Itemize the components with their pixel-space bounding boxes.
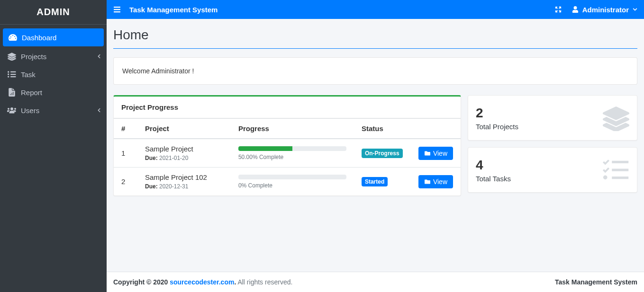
cell-num: 1 — [114, 139, 137, 168]
col-num: # — [114, 119, 137, 139]
title-divider — [113, 48, 637, 49]
cell-status: On-Progress — [354, 139, 411, 168]
project-progress-card: Project Progress # Project Progress Stat… — [113, 95, 461, 196]
cell-progress: 0% Complete — [231, 168, 354, 196]
user-menu[interactable]: Administrator — [572, 6, 637, 14]
top-navbar: Task Management System Administrator — [107, 0, 644, 19]
sidebar-nav: Dashboard Projects Task Report — [0, 25, 107, 119]
topnav-left: Task Management System — [113, 6, 218, 14]
sidebar-item-label: Report — [21, 88, 42, 97]
table-row: 2 Sample Project 102 Due: 2020-12-31 0% … — [114, 168, 461, 196]
dashboard-icon — [8, 33, 18, 42]
sidebar-item-dashboard[interactable]: Dashboard — [3, 28, 104, 46]
project-progress-table: # Project Progress Status 1 — [114, 118, 461, 195]
tasks-icon — [603, 157, 629, 183]
welcome-card: Welcome Administrator ! — [113, 57, 637, 85]
chevron-left-icon — [97, 108, 101, 113]
chevron-down-icon — [633, 7, 637, 12]
info-box-tasks: 4 Total Tasks — [468, 147, 637, 193]
welcome-text: Welcome Administrator ! — [122, 67, 194, 75]
card-header: Project Progress — [114, 97, 461, 118]
info-content: 4 Total Tasks — [476, 158, 603, 183]
cell-status: Started — [354, 168, 411, 196]
progress-bar-track — [238, 175, 346, 179]
sidebar-item-task[interactable]: Task — [0, 65, 107, 83]
footer-right: Task Management System — [555, 278, 637, 286]
progress-bar-fill — [238, 146, 292, 151]
report-icon — [7, 88, 17, 97]
cell-project: Sample Project 102 Due: 2020-12-31 — [137, 168, 231, 196]
footer-link[interactable]: sourcecodester.com — [170, 278, 234, 286]
col-status: Status — [354, 119, 411, 139]
col-progress: Progress — [231, 119, 354, 139]
col-project: Project — [137, 119, 231, 139]
progress-bar-track — [238, 146, 346, 151]
progress-text: 0% Complete — [238, 182, 346, 189]
project-due: Due: 2021-01-20 — [145, 155, 223, 161]
layers-icon — [603, 105, 629, 131]
sidebar-item-label: Task — [21, 71, 36, 79]
sidebar-item-report[interactable]: Report — [0, 83, 107, 101]
sidebar-item-label: Users — [21, 106, 39, 115]
topnav-right: Administrator — [555, 6, 637, 14]
table-row: 1 Sample Project Due: 2021-01-20 50.00% … — [114, 139, 461, 168]
project-name: Sample Project 102 — [145, 173, 207, 181]
folder-icon — [424, 179, 431, 185]
chevron-left-icon — [97, 54, 101, 59]
view-button[interactable]: View — [418, 175, 453, 188]
app-title: Task Management System — [129, 6, 218, 14]
footer-suffix: All rights reserved. — [237, 278, 292, 286]
cell-num: 2 — [114, 168, 137, 196]
info-box-projects: 2 Total Projects — [468, 95, 637, 141]
col-action — [411, 119, 461, 139]
sidebar-item-label: Dashboard — [22, 34, 56, 42]
side-column: 2 Total Projects 4 Total Tasks — [468, 95, 637, 193]
brand: ADMIN — [0, 0, 107, 25]
sidebar-item-label: Projects — [21, 53, 46, 61]
info-label: Total Projects — [476, 123, 603, 131]
dashboard-row: Project Progress # Project Progress Stat… — [113, 95, 637, 196]
info-content: 2 Total Projects — [476, 106, 603, 131]
folder-icon — [424, 150, 431, 156]
view-button-label: View — [433, 150, 447, 157]
copyright-prefix: Copyright © 2020 — [113, 278, 170, 286]
footer-left: Copyright © 2020 sourcecodester.com. All… — [113, 278, 292, 286]
cell-action: View — [411, 168, 461, 196]
content: Home Welcome Administrator ! Project Pro… — [107, 19, 644, 272]
footer-dot: . — [234, 278, 236, 286]
table-header-row: # Project Progress Status — [114, 119, 461, 139]
status-badge: Started — [362, 177, 388, 186]
project-name: Sample Project — [145, 145, 193, 153]
sidebar-item-projects[interactable]: Projects — [0, 47, 107, 65]
tasks-icon — [7, 70, 17, 79]
info-label: Total Tasks — [476, 175, 603, 183]
page-title: Home — [113, 26, 637, 48]
footer: Copyright © 2020 sourcecodester.com. All… — [107, 272, 644, 292]
cell-action: View — [411, 139, 461, 168]
progress-text: 50.00% Complete — [238, 154, 346, 160]
status-badge: On-Progress — [362, 149, 403, 158]
users-icon — [7, 106, 17, 115]
sidebar-item-users[interactable]: Users — [0, 101, 107, 119]
card-body: # Project Progress Status 1 — [114, 118, 461, 195]
user-label: Administrator — [582, 6, 629, 14]
user-icon — [572, 6, 579, 13]
cell-progress: 50.00% Complete — [231, 139, 354, 168]
menu-toggle-icon[interactable] — [113, 6, 121, 13]
main-column: Project Progress # Project Progress Stat… — [113, 95, 461, 196]
view-button[interactable]: View — [418, 147, 453, 160]
brand-text: ADMIN — [36, 7, 70, 18]
cell-project: Sample Project Due: 2021-01-20 — [137, 139, 231, 168]
info-number: 2 — [476, 106, 603, 121]
layers-icon — [7, 52, 17, 61]
view-button-label: View — [433, 178, 447, 186]
info-number: 4 — [476, 158, 603, 173]
project-due: Due: 2020-12-31 — [145, 183, 223, 190]
sidebar: ADMIN Dashboard Projects Task — [0, 0, 107, 292]
fullscreen-icon[interactable] — [555, 6, 562, 13]
